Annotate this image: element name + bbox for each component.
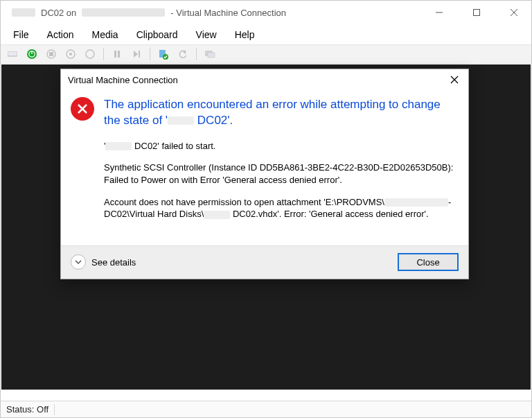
- svg-point-16: [86, 50, 94, 58]
- start-button[interactable]: [24, 46, 39, 62]
- statusbar: Status: Off: [1, 401, 531, 417]
- para3-redacted-2: [204, 211, 230, 219]
- turn-off-icon: [44, 46, 59, 62]
- svg-rect-18: [118, 51, 120, 58]
- close-button[interactable]: Close: [398, 253, 459, 271]
- window-title-tail: - Virtual Machine Connection: [170, 8, 286, 18]
- svg-point-15: [69, 53, 72, 55]
- toolbar-separator: [103, 48, 104, 60]
- toolbar-separator-2: [150, 48, 150, 60]
- para3-redacted-1: [384, 198, 448, 207]
- para1-redacted: [105, 142, 132, 150]
- svg-rect-4: [474, 10, 480, 16]
- dialog-footer: See details Close: [61, 245, 468, 279]
- menu-clipboard[interactable]: Clipboard: [128, 26, 186, 43]
- menubar: File Action Media Clipboard View Help: [1, 24, 531, 44]
- see-details-label: See details: [91, 257, 136, 268]
- menu-view[interactable]: View: [188, 26, 225, 43]
- svg-rect-13: [49, 52, 53, 56]
- dialog-title: Virtual Machine Connection: [68, 75, 178, 85]
- dialog-headline: The application encountered an error whi…: [104, 97, 456, 129]
- svg-rect-8: [8, 52, 17, 55]
- title-redacted-1: [12, 8, 35, 17]
- checkpoint-button[interactable]: [156, 46, 171, 62]
- reset-icon: [129, 46, 144, 62]
- enhanced-session-icon: [202, 46, 218, 62]
- revert-icon: [175, 46, 190, 62]
- maximize-button[interactable]: [461, 2, 493, 23]
- status-label: Status: Off: [6, 404, 55, 415]
- chevron-down-icon: [71, 254, 86, 270]
- menu-help[interactable]: Help: [227, 26, 263, 43]
- save-icon: [82, 46, 98, 62]
- dialog-titlebar: Virtual Machine Connection: [61, 69, 468, 90]
- minimize-button[interactable]: [423, 2, 455, 23]
- menu-file[interactable]: File: [5, 26, 37, 43]
- shutdown-icon: [63, 46, 78, 62]
- headline-redacted: [168, 116, 194, 125]
- toolbar: [1, 44, 531, 64]
- svg-marker-19: [134, 51, 138, 58]
- close-window-button[interactable]: [498, 2, 530, 23]
- title-redacted-2: [82, 8, 165, 17]
- window-title-mid: DC02 on: [41, 8, 76, 18]
- see-details-toggle[interactable]: See details: [71, 254, 136, 270]
- ctrl-alt-del-icon: [5, 46, 20, 62]
- error-dialog: Virtual Machine Connection The applicati…: [60, 69, 469, 279]
- pause-icon: [109, 46, 125, 62]
- dialog-paragraph-1: ' DC02' failed to start.: [104, 140, 456, 153]
- svg-rect-20: [139, 51, 140, 58]
- menu-media[interactable]: Media: [83, 26, 126, 43]
- dialog-close-button[interactable]: [446, 71, 463, 88]
- toolbar-separator-3: [196, 48, 197, 60]
- svg-rect-25: [208, 53, 215, 58]
- dialog-paragraph-2: Synthetic SCSI Controller (Instance ID D…: [104, 162, 456, 186]
- svg-rect-17: [114, 51, 116, 58]
- error-icon: [71, 97, 94, 230]
- dialog-text: The application encountered an error whi…: [104, 97, 456, 230]
- dialog-paragraph-3: Account does not have permission to open…: [104, 196, 456, 220]
- menu-action[interactable]: Action: [39, 26, 82, 43]
- titlebar: DC02 on - Virtual Machine Connection: [1, 1, 531, 24]
